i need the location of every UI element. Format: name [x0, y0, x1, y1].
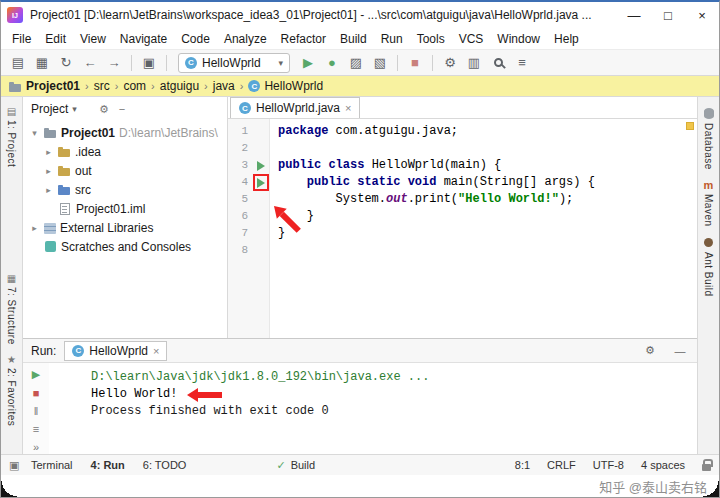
- code-line-1: package com.atguigu.java;: [278, 123, 697, 140]
- run-button[interactable]: ▶: [297, 52, 319, 74]
- stop-button[interactable]: ■: [404, 52, 426, 74]
- debug-bug-button[interactable]: ●: [321, 52, 343, 74]
- tree-row-scratches-and-consoles[interactable]: Scratches and Consoles: [23, 237, 227, 256]
- tree-row-src[interactable]: ▸src: [23, 180, 227, 199]
- breadcrumb-item-java[interactable]: java: [213, 79, 235, 93]
- rerun-icon[interactable]: ▶: [27, 367, 45, 382]
- close-button[interactable]: ×: [685, 2, 719, 28]
- menu-vcs[interactable]: VCS: [452, 32, 491, 46]
- editor[interactable]: 12345678 package com.atguigu.java;public…: [228, 119, 697, 338]
- sync-icon[interactable]: ↻: [55, 52, 77, 74]
- close-tab-icon[interactable]: ×: [345, 102, 351, 114]
- minimize-button[interactable]: —: [617, 2, 651, 28]
- tree-row-project01-iml[interactable]: Project01.iml: [23, 199, 227, 218]
- breadcrumb-item-project01[interactable]: Project01: [9, 79, 80, 93]
- menu-code[interactable]: Code: [174, 32, 217, 46]
- menu-tools[interactable]: Tools: [410, 32, 452, 46]
- statusbar-widget-crlf[interactable]: CRLF: [547, 459, 576, 471]
- menu-edit[interactable]: Edit: [38, 32, 73, 46]
- menu-navigate[interactable]: Navigate: [113, 32, 174, 46]
- search-icon[interactable]: [487, 52, 509, 74]
- tree-row-project01[interactable]: ▾Project01 D:\learn\JetBrains\: [23, 123, 227, 142]
- breadcrumb-item-hellowprld[interactable]: CHelloWprld: [248, 79, 323, 93]
- intellij-logo-icon: IJ: [7, 7, 23, 23]
- project-structure-icon[interactable]: ▥: [463, 52, 485, 74]
- maximize-button[interactable]: □: [651, 2, 685, 28]
- profiler-button[interactable]: ▧: [369, 52, 391, 74]
- close-tab-icon[interactable]: ×: [153, 345, 159, 357]
- statusbar-tab-terminal[interactable]: Terminal: [31, 459, 73, 471]
- breadcrumb-item-com[interactable]: com: [123, 79, 146, 93]
- toolwindow-project[interactable]: ▤1: Project: [6, 107, 17, 167]
- run-gutter-icon[interactable]: [255, 159, 267, 172]
- stop-icon[interactable]: ■: [27, 385, 45, 400]
- scratch-icon: [45, 241, 56, 252]
- corner-decoration: [1, 481, 17, 497]
- statusbar-widget-8-1[interactable]: 8:1: [515, 459, 530, 471]
- collapse-all-icon[interactable]: −: [119, 103, 125, 116]
- chevron-icon[interactable]: ▸: [29, 223, 40, 233]
- toolwindow-antbuild[interactable]: Ant Build: [702, 236, 715, 297]
- gear-icon[interactable]: ⚙: [641, 343, 659, 358]
- chevron-icon[interactable]: ▾: [29, 128, 40, 138]
- run-config-select[interactable]: CHelloWprld▾: [178, 53, 290, 73]
- wrench-icon[interactable]: ⚙: [439, 52, 461, 74]
- toolwindow-switcher-icon[interactable]: ▣: [9, 459, 25, 472]
- tree-row-out[interactable]: ▸out: [23, 161, 227, 180]
- toolwindow-structure[interactable]: ▦7: Structure: [6, 274, 17, 345]
- breadcrumb-item-atguigu[interactable]: atguigu: [160, 79, 199, 93]
- restore-layout-icon[interactable]: ≡: [27, 421, 45, 436]
- editor-tab-hellowprld[interactable]: C HelloWprld.java ×: [230, 97, 360, 118]
- project-view-select[interactable]: Project: [31, 102, 68, 116]
- run-gutter-icon[interactable]: [255, 176, 267, 189]
- gear-icon[interactable]: ⚙: [99, 103, 109, 116]
- statusbar-tab-6-todo[interactable]: 6: TODO: [143, 459, 187, 471]
- save-all-icon[interactable]: ▦: [31, 52, 53, 74]
- lock-icon[interactable]: [702, 464, 711, 471]
- tree-row-external-libraries[interactable]: ▸External Libraries: [23, 218, 227, 237]
- toolwindow-database[interactable]: Database: [702, 107, 715, 170]
- expand-icon[interactable]: »: [27, 439, 45, 454]
- editor-config-icon[interactable]: ▣: [138, 52, 160, 74]
- tree-row-idea[interactable]: ▸.idea: [23, 142, 227, 161]
- open-icon[interactable]: ▤: [7, 52, 29, 74]
- code-line-8: [278, 242, 697, 259]
- menu-view[interactable]: View: [73, 32, 113, 46]
- menu-file[interactable]: File: [5, 32, 38, 46]
- menu-help[interactable]: Help: [547, 32, 586, 46]
- toolwindow-antbuild-icon: [704, 238, 713, 247]
- chevron-icon[interactable]: ▸: [43, 147, 54, 157]
- forward-icon[interactable]: →: [103, 52, 125, 74]
- code-line-7: }: [278, 225, 697, 242]
- class-icon: C: [72, 345, 84, 357]
- run-tab-hellowprld[interactable]: C HelloWprld ×: [64, 341, 167, 361]
- run-console[interactable]: D:\learn\Java\jdk\jdk1.8.0_192\bin\java.…: [49, 363, 697, 454]
- line-number: 8: [228, 242, 252, 259]
- pause-icon[interactable]: ‖: [27, 403, 45, 418]
- line-number: 6: [228, 208, 252, 225]
- breadcrumb-item-src[interactable]: src: [94, 79, 110, 93]
- hide-panel-icon[interactable]: —: [671, 343, 689, 358]
- run-triangle-icon: [257, 161, 265, 171]
- chevron-icon[interactable]: ▸: [43, 185, 54, 195]
- menu-analyze[interactable]: Analyze: [217, 32, 274, 46]
- run-tab-label: HelloWprld: [89, 344, 148, 358]
- menu-build[interactable]: Build: [333, 32, 374, 46]
- line-number: 1: [228, 123, 252, 140]
- breadcrumb-separator-icon: ›: [204, 80, 208, 92]
- tool-windows-icon[interactable]: ≡: [511, 52, 533, 74]
- menu-window[interactable]: Window: [490, 32, 547, 46]
- coverage-button[interactable]: ▨: [345, 52, 367, 74]
- toolwindow-favorites[interactable]: ★2: Favorites: [6, 355, 17, 426]
- back-icon[interactable]: ←: [79, 52, 101, 74]
- breadcrumb-separator-icon: ›: [151, 80, 155, 92]
- menu-refactor[interactable]: Refactor: [274, 32, 333, 46]
- run-tools: ▶■‖≡»: [23, 363, 49, 454]
- toolwindow-maven[interactable]: mMaven: [702, 180, 715, 227]
- statusbar-widget-4-spaces[interactable]: 4 spaces: [641, 459, 685, 471]
- statusbar-widget-utf-8[interactable]: UTF-8: [593, 459, 624, 471]
- menu-run[interactable]: Run: [374, 32, 410, 46]
- toolwindow-project-icon: ▤: [7, 107, 16, 117]
- statusbar-tab-4-run[interactable]: 4: Run: [91, 459, 125, 471]
- chevron-icon[interactable]: ▸: [43, 166, 54, 176]
